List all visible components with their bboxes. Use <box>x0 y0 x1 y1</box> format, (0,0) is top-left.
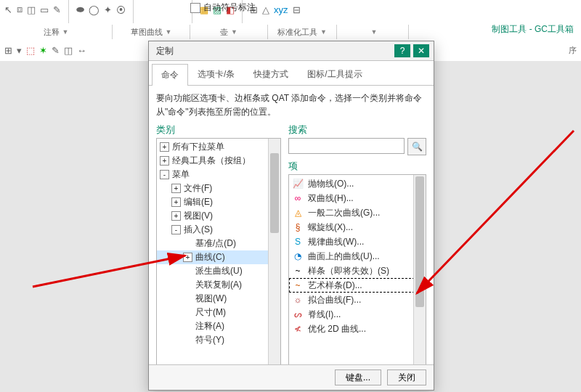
tree-node[interactable]: +经典工具条（按组） <box>157 154 280 168</box>
list-item[interactable]: ᔕ脊线(I)... <box>289 307 426 322</box>
ribbon-icon[interactable]: ↖ <box>4 4 12 15</box>
tree-toggle[interactable]: + <box>160 142 169 152</box>
ribbon-icon[interactable]: ▭ <box>40 4 49 15</box>
search-input[interactable] <box>288 138 405 154</box>
tree-node[interactable]: +文件(F) <box>157 181 280 195</box>
tree-node[interactable]: 尺寸(M) <box>157 306 280 319</box>
tree-node[interactable]: +编辑(E) <box>157 195 280 209</box>
toolbar-icon[interactable]: ◫ <box>64 45 73 56</box>
dialog-tab[interactable]: 命令 <box>152 64 188 86</box>
ribbon-icon[interactable]: ◫ <box>27 4 36 15</box>
customize-dialog: 定制 ? ✕ 命令选项卡/条快捷方式图标/工具提示 要向功能区选项卡、边框条或 … <box>148 41 434 391</box>
items-label: 项 <box>288 160 426 173</box>
list-item[interactable]: §螺旋线(X)... <box>289 220 426 234</box>
toolbar-icon[interactable]: ⬚ <box>26 45 35 56</box>
list-item[interactable]: ∞双曲线(H)... <box>289 191 426 205</box>
ribbon-group[interactable]: 注释▼ <box>0 25 113 39</box>
chevron-down-icon: ▼ <box>320 28 327 36</box>
tree-node[interactable]: 基准/点(D) <box>157 237 280 250</box>
item-icon: ~ <box>292 279 304 291</box>
tree-node[interactable]: -插入(S) <box>157 223 280 237</box>
search-button[interactable]: 🔍 <box>407 138 426 155</box>
tree-label: 菜单 <box>172 168 190 181</box>
categories-tree[interactable]: +所有下拉菜单+经典工具条（按组）-菜单+文件(F)+编辑(E)+视图(V)-插… <box>156 138 281 376</box>
tree-toggle[interactable]: + <box>160 156 169 166</box>
ribbon-icon[interactable]: ✎ <box>53 4 61 15</box>
ribbon-group[interactable]: ▼ <box>337 25 409 39</box>
tree-toggle[interactable]: + <box>171 211 181 221</box>
ribbon-group[interactable]: 壶▼ <box>190 25 268 39</box>
tree-toggle[interactable]: + <box>171 184 181 193</box>
ribbon-group-label: 注释 <box>44 27 60 38</box>
tree-node[interactable]: -菜单 <box>157 168 280 181</box>
toolbar-icon[interactable]: ✎ <box>52 45 60 56</box>
keyboard-button[interactable]: 键盘... <box>335 369 381 385</box>
ribbon-icon[interactable]: ⧈ <box>17 4 23 15</box>
tree-label: 尺寸(M) <box>195 306 226 319</box>
tree-node[interactable]: +曲线(C) <box>157 250 280 264</box>
tree-label: 插入(S) <box>184 224 213 236</box>
tree-toggle[interactable]: - <box>171 225 181 234</box>
ribbon-icon[interactable]: △ <box>262 4 269 15</box>
ribbon-icon[interactable]: ⬬ <box>76 4 84 15</box>
item-icon: ☼ <box>292 294 304 306</box>
item-label: 曲面上的曲线(U)... <box>308 250 380 263</box>
list-item[interactable]: 📈抛物线(O)... <box>289 176 426 191</box>
ribbon-group-label: 标准化工具 <box>277 27 317 38</box>
toolbar-icon[interactable]: ⊞ <box>4 45 12 56</box>
chevron-down-icon: ▼ <box>231 28 237 36</box>
item-label: 样条（即将失效）(S) <box>308 265 389 277</box>
dialog-footer: 键盘... 关闭 <box>149 364 434 390</box>
tree-toggle[interactable]: + <box>183 253 192 262</box>
tree-toggle[interactable]: - <box>160 170 169 179</box>
list-item[interactable]: ◔曲面上的曲线(U)... <box>289 249 426 264</box>
tree-label: 文件(F) <box>184 182 212 195</box>
ribbon-icon[interactable]: ✦ <box>104 4 112 15</box>
list-item[interactable]: ~样条（即将失效）(S) <box>289 264 426 278</box>
ribbon-icon-row: ↖ ⧈ ◫ ▭ ✎ ⬬ ◯ ✦ ⦿ ▦ ▨ ◧ ⊞ △ xyz ⊟ <box>0 0 581 19</box>
scrollbar[interactable] <box>268 139 280 375</box>
toolbar-icon[interactable]: ✶ <box>39 45 47 56</box>
tree-node[interactable]: 派生曲线(U) <box>157 264 280 278</box>
toolbar-icon[interactable]: ▾ <box>17 45 22 56</box>
tree-label: 视图(W) <box>195 293 227 305</box>
dialog-tab[interactable]: 选项卡/条 <box>188 63 244 85</box>
dialog-tab[interactable]: 快捷方式 <box>244 63 298 85</box>
close-dialog-button[interactable]: 关闭 <box>387 369 426 385</box>
tree-node[interactable]: +视图(V) <box>157 209 280 223</box>
item-icon: ∞ <box>292 192 304 204</box>
dialog-titlebar[interactable]: 定制 ? ✕ <box>149 41 434 61</box>
tree-toggle[interactable]: + <box>171 197 181 207</box>
tree-node[interactable]: 符号(Y) <box>157 333 280 347</box>
list-item[interactable]: ≮优化 2D 曲线... <box>289 322 426 336</box>
dialog-tab[interactable]: 图标/工具提示 <box>298 63 371 85</box>
close-button[interactable]: ✕ <box>413 44 429 57</box>
ribbon-icon[interactable]: xyz <box>274 4 288 15</box>
tree-node[interactable]: 视图(W) <box>157 292 280 306</box>
item-icon: ≮ <box>292 323 304 335</box>
list-item[interactable]: ◬一般二次曲线(G)... <box>289 205 426 220</box>
toolbar-icon[interactable]: ↔ <box>77 45 86 56</box>
list-item[interactable]: ☼拟合曲线(F)... <box>289 293 426 307</box>
item-icon: ◬ <box>292 207 304 219</box>
item-label: 双曲线(H)... <box>308 192 354 205</box>
tree-label: 注释(A) <box>195 320 224 332</box>
list-item[interactable]: ~艺术样条(D)... <box>289 278 426 293</box>
ribbon-icon[interactable]: ⦿ <box>116 4 126 15</box>
tree-node[interactable]: 注释(A) <box>157 319 280 333</box>
scrollbar[interactable] <box>413 175 426 387</box>
ribbon-group[interactable]: 标准化工具▼ <box>268 25 337 39</box>
chevron-down-icon: ▼ <box>166 28 172 36</box>
tree-node[interactable]: +所有下拉菜单 <box>157 140 280 154</box>
items-list[interactable]: 📈抛物线(O)...∞双曲线(H)...◬一般二次曲线(G)...§螺旋线(X)… <box>288 174 426 388</box>
auto-symbol-label-checkbox[interactable]: 自动符号标注 <box>190 1 256 14</box>
list-item[interactable]: S规律曲线(W)... <box>289 234 426 249</box>
ribbon-group[interactable]: 草图曲线▼ <box>113 25 190 39</box>
help-button[interactable]: ? <box>394 44 410 57</box>
ribbon-group-label: 草图曲线 <box>131 27 163 38</box>
tree-node[interactable]: 关联复制(A) <box>157 278 280 292</box>
ribbon-icon[interactable]: ⊟ <box>293 4 301 15</box>
dialog-title: 定制 <box>156 45 174 57</box>
ribbon-icon[interactable]: ◯ <box>89 4 99 15</box>
item-icon: ᔕ <box>292 309 304 320</box>
